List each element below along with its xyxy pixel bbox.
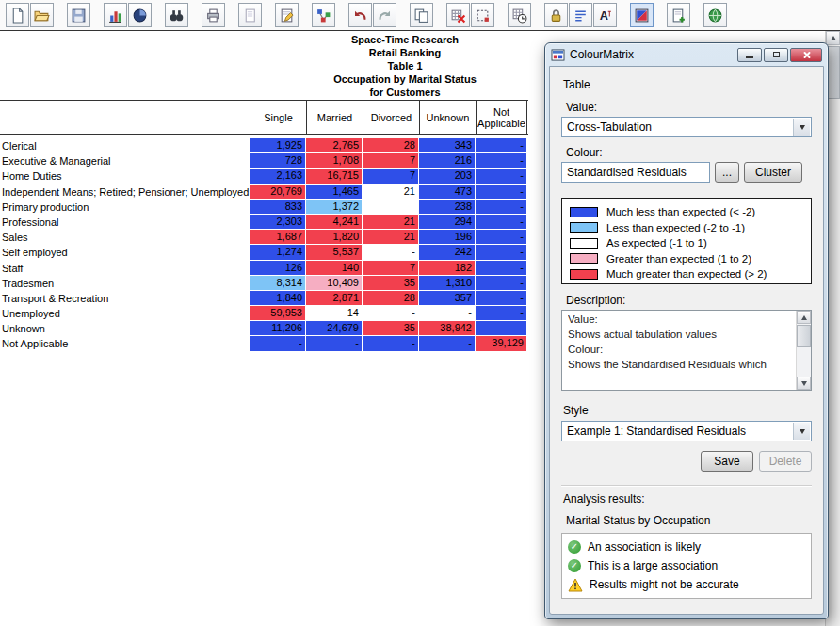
table-cell[interactable]: 20,769 <box>250 185 306 200</box>
edit-button[interactable] <box>275 3 299 27</box>
table-cell[interactable]: - <box>363 245 419 260</box>
close-button[interactable] <box>790 48 822 62</box>
table-cell[interactable]: 10,409 <box>306 276 363 291</box>
table-cell[interactable]: 1,310 <box>419 276 476 291</box>
table-cell[interactable]: 39,129 <box>476 336 527 351</box>
table-cell[interactable] <box>363 200 419 215</box>
table-cell[interactable]: 242 <box>419 245 476 260</box>
minimize-button[interactable] <box>737 48 762 62</box>
table-cell[interactable]: - <box>476 230 527 245</box>
row-label[interactable]: Unemployed <box>0 306 250 321</box>
row-label[interactable]: Transport & Recreation <box>0 291 250 306</box>
table-cell[interactable]: - <box>476 245 527 260</box>
table-cell[interactable]: 8,314 <box>250 276 306 291</box>
row-label[interactable]: Primary production <box>0 200 250 215</box>
table-cell[interactable]: - <box>419 306 476 321</box>
table-cell[interactable]: 126 <box>250 261 306 276</box>
table-cell[interactable]: 11,206 <box>250 321 306 336</box>
table-cell[interactable]: 7 <box>363 169 419 184</box>
colour-matrix-button[interactable] <box>630 3 654 27</box>
table-cell[interactable]: 1,708 <box>306 153 363 169</box>
table-cell[interactable]: 294 <box>419 215 476 230</box>
browse-button[interactable]: ... <box>715 162 739 183</box>
table-cell[interactable]: 182 <box>419 261 476 276</box>
maximize-button[interactable] <box>764 48 788 62</box>
web-button[interactable] <box>703 3 727 27</box>
row-label[interactable]: Sales <box>0 230 250 245</box>
add-note-button[interactable] <box>667 3 690 27</box>
delete-table-button[interactable] <box>446 3 470 27</box>
row-label[interactable]: Independent Means; Retired; Pensioner; U… <box>0 185 250 200</box>
table-cell[interactable]: 2,871 <box>306 291 363 306</box>
table-cell[interactable]: 2,765 <box>306 138 363 153</box>
table-cell[interactable]: 28 <box>363 291 419 306</box>
table-cell[interactable]: - <box>476 185 527 200</box>
table-cell[interactable]: 35 <box>363 276 419 291</box>
scroll-up-button[interactable] <box>826 31 840 45</box>
open-button[interactable] <box>30 3 54 27</box>
derive-button[interactable] <box>312 3 335 27</box>
table-cell[interactable]: - <box>476 153 527 169</box>
list-button[interactable] <box>569 3 592 27</box>
dropdown-button[interactable] <box>793 423 810 440</box>
history-button[interactable] <box>508 3 531 27</box>
table-cell[interactable]: 203 <box>419 169 476 184</box>
table-cell[interactable]: - <box>476 291 527 306</box>
table-cell[interactable]: - <box>363 336 419 351</box>
new-button[interactable] <box>6 3 29 27</box>
row-label[interactable]: Clerical <box>0 138 250 153</box>
table-cell[interactable]: 28 <box>363 138 419 153</box>
save-style-button[interactable]: Save <box>701 451 753 472</box>
table-cell[interactable]: 59,953 <box>250 306 306 321</box>
column-header[interactable]: Not Applicable <box>476 101 527 134</box>
table-cell[interactable]: 35 <box>363 321 419 336</box>
cluster-button[interactable]: Cluster <box>744 162 802 183</box>
table-cell[interactable]: 1,465 <box>306 185 363 200</box>
font-button[interactable]: A <box>593 3 617 27</box>
table-cell[interactable]: 4,241 <box>306 215 363 230</box>
scroll-up-button[interactable] <box>797 311 811 324</box>
table-cell[interactable]: 728 <box>250 153 306 169</box>
table-cell[interactable]: 7 <box>363 261 419 276</box>
table-cell[interactable]: 16,715 <box>306 169 363 184</box>
column-header[interactable]: Single <box>250 101 306 134</box>
column-header[interactable]: Married <box>306 101 363 134</box>
row-label[interactable]: Tradesmen <box>0 276 250 291</box>
table-cell[interactable]: 21 <box>363 215 419 230</box>
description-scrollbar[interactable] <box>796 311 811 390</box>
table-cell[interactable]: 1,820 <box>306 230 363 245</box>
table-cell[interactable]: 1,840 <box>250 291 306 306</box>
table-cell[interactable]: 2,163 <box>250 169 306 184</box>
table-cell[interactable]: 1,372 <box>306 200 363 215</box>
row-label[interactable]: Self employed <box>0 245 250 260</box>
scroll-down-button[interactable] <box>797 377 811 390</box>
save-button[interactable] <box>67 3 90 27</box>
copy-button[interactable] <box>410 3 433 27</box>
row-label[interactable]: Unknown <box>0 321 250 336</box>
table-cell[interactable]: - <box>476 169 527 184</box>
table-cell[interactable]: 1,687 <box>250 230 306 245</box>
table-cell[interactable]: 216 <box>419 153 476 169</box>
undo-button[interactable] <box>348 3 372 27</box>
table-cell[interactable]: - <box>476 261 527 276</box>
scrollbar-thumb[interactable] <box>797 325 811 347</box>
table-cell[interactable]: 2,303 <box>250 215 306 230</box>
table-cell[interactable]: - <box>476 215 527 230</box>
table-cell[interactable]: - <box>476 321 527 336</box>
table-cell[interactable]: - <box>476 276 527 291</box>
table-cell[interactable]: - <box>250 336 306 351</box>
pie-chart-button[interactable] <box>128 3 152 27</box>
row-label[interactable]: Professional <box>0 215 250 230</box>
table-cell[interactable]: 833 <box>250 200 306 215</box>
chart-button[interactable] <box>104 3 127 27</box>
print-preview-button[interactable] <box>238 3 262 27</box>
column-header[interactable]: Divorced <box>363 101 419 134</box>
dialog-titlebar[interactable]: ColourMatrix <box>545 43 828 66</box>
table-cell[interactable]: 24,679 <box>306 321 363 336</box>
find-button[interactable] <box>165 3 188 27</box>
table-cell[interactable]: 238 <box>419 200 476 215</box>
table-cell[interactable]: - <box>419 336 476 351</box>
row-label[interactable]: Not Applicable <box>0 336 250 351</box>
table-cell[interactable]: 1,925 <box>250 138 306 153</box>
table-cell[interactable]: 21 <box>363 230 419 245</box>
